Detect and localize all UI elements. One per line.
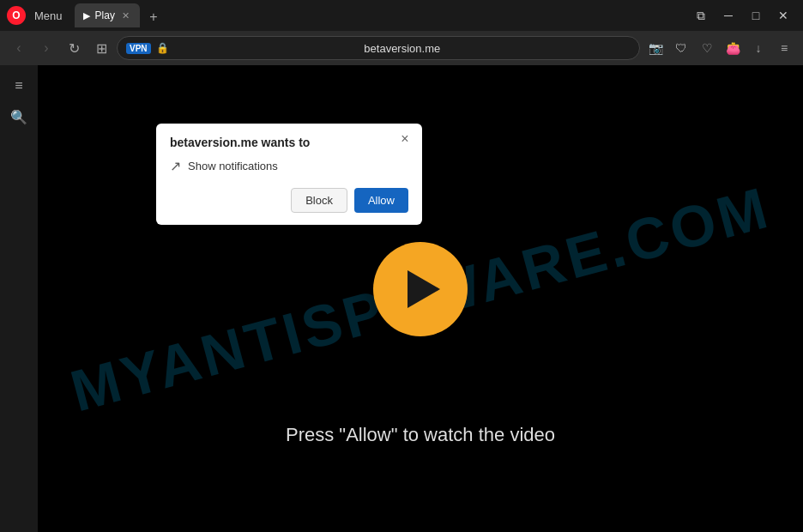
address-text: betaversion.me [174,42,631,55]
notification-permission-icon: ↗ [170,158,181,174]
heart-button[interactable]: ♡ [695,36,719,60]
tab-title: Play [95,9,115,21]
secure-icon: 🔒 [156,42,169,54]
video-caption: Press "Allow" to watch the video [286,424,555,446]
menu-button[interactable]: Menu [29,8,68,24]
window-controls: ⧉ ─ □ ✕ [688,4,796,27]
tab-favicon: ▶ [83,10,90,21]
notification-popup: × betaversion.me wants to ↗ Show notific… [156,124,422,225]
popup-notification-row: ↗ Show notifications [170,158,408,174]
stacked-windows-button[interactable]: ⧉ [688,4,714,27]
grid-button[interactable]: ⊞ [89,36,113,60]
title-bar: O Menu ▶ Play ✕ + ⧉ ─ □ ✕ [0,0,803,31]
minimize-button[interactable]: ─ [715,4,741,27]
play-button[interactable] [373,242,468,336]
play-triangle-icon [408,270,440,308]
camera-button[interactable]: 📷 [643,36,667,60]
back-button[interactable]: ‹ [7,36,31,60]
popup-close-button[interactable]: × [396,130,414,148]
popup-buttons: Block Allow [170,188,408,213]
content-area: ≡ 🔍 MYANTISPYWARE.COM Press "Allow" to w… [0,65,803,532]
allow-button[interactable]: Allow [354,188,408,213]
close-button[interactable]: ✕ [770,4,796,27]
address-bar[interactable]: VPN 🔒 betaversion.me [117,36,640,60]
main-content: MYANTISPYWARE.COM Press "Allow" to watch… [38,65,803,532]
notification-permission-text: Show notifications [188,160,278,172]
tabs-area: ▶ Play ✕ + [75,3,685,27]
download-button[interactable]: ↓ [746,36,770,60]
sidebar-menu-button[interactable]: ≡ [5,72,33,100]
forward-button[interactable]: › [34,36,58,60]
tab-close-button[interactable]: ✕ [120,9,131,23]
shield-button[interactable]: 🛡 [669,36,693,60]
sidebar: ≡ 🔍 [0,65,38,532]
popup-title: betaversion.me wants to [170,136,408,149]
nav-right-icons: 📷 🛡 ♡ 👛 ↓ ≡ [643,36,796,60]
browser-frame: O Menu ▶ Play ✕ + ⧉ ─ □ ✕ ‹ › ↻ ⊞ VPN 🔒 … [0,0,803,532]
block-button[interactable]: Block [291,188,347,213]
reload-button[interactable]: ↻ [62,36,86,60]
vpn-badge: VPN [126,43,151,54]
sidebar-search-button[interactable]: 🔍 [5,103,33,130]
maximize-button[interactable]: □ [743,4,769,27]
wallet-button[interactable]: 👛 [721,36,745,60]
new-tab-button[interactable]: + [143,7,164,27]
opera-logo[interactable]: O [7,6,26,25]
nav-bar: ‹ › ↻ ⊞ VPN 🔒 betaversion.me 📷 🛡 ♡ 👛 ↓ ≡ [0,31,803,65]
browser-menu-button[interactable]: ≡ [772,36,796,60]
active-tab[interactable]: ▶ Play ✕ [75,3,140,27]
